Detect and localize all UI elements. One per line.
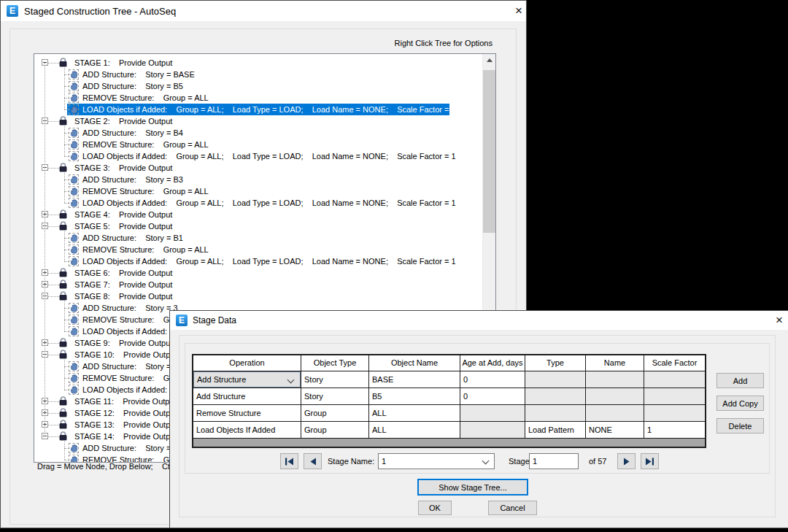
tree-item-label: STAGE 4: Provide Output bbox=[74, 209, 172, 220]
tree-item-label: ADD Structure: Story = B4 bbox=[82, 127, 183, 139]
tree-stage-item[interactable]: STAGE 1: Provide Output bbox=[34, 57, 495, 69]
column-header: Object Name bbox=[369, 355, 460, 371]
table-row: Add StructureStoryB50 bbox=[193, 388, 705, 405]
stage-name-select[interactable]: 1 bbox=[378, 453, 495, 469]
lock-icon bbox=[58, 58, 68, 67]
tree-stage-item[interactable]: STAGE 5: Provide Output bbox=[34, 220, 495, 232]
tree-item-label: STAGE 5: Provide Output bbox=[74, 220, 172, 232]
tree-item-label: ADD Structure: Story = bbox=[82, 361, 171, 372]
tree-operation-item[interactable]: REMOVE Structure: Group = ALL bbox=[34, 92, 495, 104]
stage-name-value: 1 bbox=[382, 457, 386, 466]
lock-icon bbox=[58, 431, 68, 441]
close-icon[interactable]: × bbox=[770, 312, 788, 328]
hand-icon bbox=[69, 315, 79, 325]
table-cell[interactable]: Load Objects If Added bbox=[193, 422, 301, 438]
table-cell[interactable]: 0 bbox=[460, 388, 525, 404]
tree-operation-item[interactable]: ADD Structure: Story = B5 bbox=[34, 80, 495, 92]
tree-operation-item[interactable]: LOAD Objects if Added: Group = ALL; Load… bbox=[34, 255, 495, 267]
stage-number-input[interactable]: 1 bbox=[529, 453, 579, 469]
tree-operation-item[interactable]: REMOVE Structure: Group = ALL bbox=[34, 185, 495, 197]
table-cell bbox=[525, 371, 586, 388]
app-logo-icon: E bbox=[7, 5, 18, 17]
delete-button[interactable]: Delete bbox=[716, 418, 764, 433]
hand-icon bbox=[69, 128, 79, 138]
stage-operations-table[interactable]: OperationObject TypeObject NameAge at Ad… bbox=[192, 354, 706, 448]
nav-next-button[interactable] bbox=[617, 453, 636, 469]
hand-icon bbox=[69, 326, 79, 336]
table-cell bbox=[586, 405, 644, 421]
previous-record-icon bbox=[309, 458, 317, 466]
table-cell[interactable]: Group bbox=[301, 405, 369, 421]
nav-first-button[interactable] bbox=[280, 453, 298, 469]
tree-item-label: ADD Structure: Story = B1 bbox=[82, 232, 183, 244]
tree-stage-item[interactable]: STAGE 7: Provide Output bbox=[34, 279, 495, 290]
table-footer-strip bbox=[193, 439, 705, 447]
nav-previous-button[interactable] bbox=[304, 453, 322, 469]
table-cell[interactable]: Group bbox=[301, 422, 369, 438]
tree-item-label: STAGE 14: Provide Output bbox=[74, 431, 177, 442]
lock-icon bbox=[58, 338, 68, 347]
hand-icon bbox=[69, 81, 79, 91]
table-cell[interactable]: BASE bbox=[369, 371, 460, 388]
tree-item-label: ADD Structure: Story = B3 bbox=[82, 174, 183, 185]
scrollbar-thumb[interactable] bbox=[483, 70, 495, 233]
close-icon[interactable]: × bbox=[509, 2, 529, 20]
table-cell[interactable]: Add Structure bbox=[193, 371, 301, 388]
tree-stage-item[interactable]: STAGE 3: Provide Output bbox=[34, 162, 495, 174]
tree-operation-item[interactable]: ADD Structure: Story = BASE bbox=[34, 69, 495, 80]
table-cell[interactable]: 1 bbox=[644, 422, 705, 438]
operation-select[interactable]: Add Structure bbox=[193, 371, 301, 388]
tree-stage-item[interactable]: STAGE 6: Provide Output bbox=[34, 267, 495, 279]
table-cell[interactable]: Add Structure bbox=[193, 388, 301, 404]
tree-item-label: REMOVE Structure: Group = ALL bbox=[82, 92, 209, 104]
table-cell[interactable]: B5 bbox=[369, 388, 460, 404]
tree-operation-item[interactable]: ADD Structure: Story = B1 bbox=[34, 232, 495, 244]
cancel-button[interactable]: Cancel bbox=[488, 501, 537, 515]
tree-item-label: ADD Structure: Story = bbox=[82, 442, 171, 454]
table-cell[interactable]: Load Pattern bbox=[525, 422, 586, 438]
table-cell[interactable]: Remove Structure bbox=[193, 405, 301, 421]
lock-icon bbox=[58, 350, 68, 359]
table-cell[interactable]: 0 bbox=[460, 371, 525, 388]
table-cell bbox=[644, 388, 705, 404]
tree-operation-item[interactable]: LOAD Objects if Added: Group = ALL; Load… bbox=[34, 104, 495, 115]
tree-item-label: REMOVE Structure: Group = ALL bbox=[82, 185, 209, 197]
nav-last-button[interactable] bbox=[641, 453, 659, 469]
table-cell bbox=[586, 371, 644, 388]
table-cell[interactable]: Story bbox=[301, 371, 369, 388]
hand-icon bbox=[69, 174, 79, 185]
show-stage-tree-button[interactable]: Show Stage Tree... bbox=[417, 479, 528, 496]
tree-operation-item[interactable]: LOAD Objects if Added: Group = ALL; Load… bbox=[34, 150, 495, 162]
table-cell[interactable]: ALL bbox=[369, 422, 460, 438]
tree-operation-item[interactable]: ADD Structure: Story = B4 bbox=[34, 127, 495, 139]
tree-item-label: REMOVE Structure: Group = ALL bbox=[82, 244, 209, 255]
tree-stage-item[interactable]: STAGE 4: Provide Output bbox=[34, 209, 495, 220]
add-button[interactable]: Add bbox=[716, 373, 764, 388]
table-cell[interactable]: Story bbox=[301, 388, 369, 404]
table-row: Remove StructureGroupALL bbox=[193, 405, 705, 422]
hand-icon bbox=[69, 303, 79, 313]
tree-item-label: LOAD Objects if Added: bbox=[82, 384, 167, 396]
table-cell[interactable]: ALL bbox=[369, 405, 460, 421]
hand-icon bbox=[69, 93, 79, 103]
tree-operation-item[interactable]: LOAD Objects if Added: Group = ALL; Load… bbox=[34, 197, 495, 209]
tree-operation-item[interactable]: REMOVE Structure: Group = ALL bbox=[34, 244, 495, 255]
lock-icon bbox=[58, 163, 68, 172]
tree-stage-item[interactable]: STAGE 2: Provide Output bbox=[34, 115, 495, 127]
scrollbar-up-icon[interactable] bbox=[483, 54, 495, 66]
tree-stage-item[interactable]: STAGE 8: Provide Output bbox=[34, 290, 495, 302]
table-cell[interactable]: NONE bbox=[586, 422, 644, 438]
tree-operation-item[interactable]: REMOVE Structure: Group = ALL bbox=[34, 139, 495, 150]
hand-icon bbox=[69, 385, 79, 395]
tree-item-label: LOAD Objects if Added: Group = ALL; Load… bbox=[82, 104, 456, 115]
add-copy-button[interactable]: Add Copy bbox=[716, 396, 764, 411]
table-header-row: OperationObject TypeObject NameAge at Ad… bbox=[193, 355, 705, 371]
tree-item-label: STAGE 12: Provide Output bbox=[74, 407, 177, 419]
chevron-down-icon bbox=[482, 458, 490, 465]
main-titlebar: E Staged Construction Tree - AutoSeq × bbox=[1, 1, 526, 21]
tree-operation-item[interactable]: ADD Structure: Story = B3 bbox=[34, 174, 495, 185]
app-logo-icon: E bbox=[176, 315, 188, 326]
lock-icon bbox=[58, 280, 68, 289]
lock-icon bbox=[58, 268, 68, 277]
ok-button[interactable]: OK bbox=[418, 501, 452, 515]
